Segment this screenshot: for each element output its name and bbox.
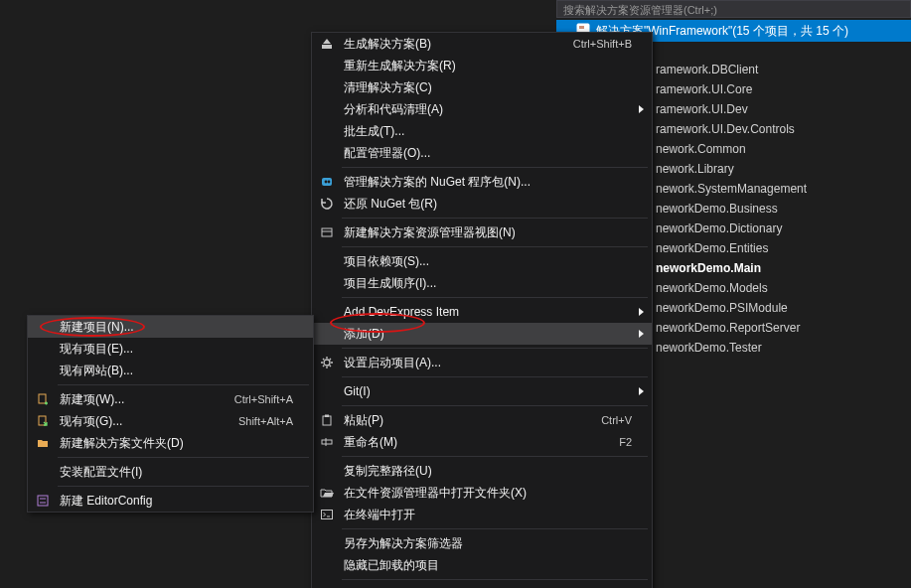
- menu-item-shortcut: Ctrl+Shift+B: [573, 38, 632, 50]
- blank-icon: [318, 100, 336, 118]
- menu-separator: [58, 384, 309, 385]
- existitem-icon: [34, 412, 52, 430]
- menu-separator: [342, 405, 648, 406]
- menu-item-label: 安装配置文件(I): [60, 464, 293, 481]
- menu-item-label: 新建解决方案资源管理器视图(N): [344, 224, 632, 241]
- menu-item[interactable]: 隐藏已卸载的项目: [312, 554, 652, 576]
- context-menu-solution: 生成解决方案(B)Ctrl+Shift+B重新生成解决方案(R)清理解决方案(C…: [311, 32, 653, 588]
- menu-item-label: 新建解决方案文件夹(D): [60, 435, 293, 452]
- menu-item[interactable]: 新建解决方案资源管理器视图(N): [312, 221, 652, 243]
- menu-item[interactable]: 批生成(T)...: [312, 120, 652, 142]
- menu-item[interactable]: 分析和代码清理(A): [312, 98, 652, 120]
- menu-separator: [342, 348, 648, 349]
- menu-item[interactable]: 添加(D): [312, 323, 652, 345]
- menu-item-shortcut: Ctrl+Shift+A: [234, 393, 293, 405]
- blank-icon: [318, 303, 336, 321]
- menu-item[interactable]: 还原 NuGet 包(R): [312, 193, 652, 215]
- solution-project-node[interactable]: neworkDemo.ReportServer: [656, 318, 911, 338]
- paste-icon: [318, 411, 336, 429]
- menu-item-label: Add DevExpress Item: [344, 305, 632, 319]
- menu-item[interactable]: 新建项(W)...Ctrl+Shift+A: [28, 388, 313, 410]
- restore-icon: [318, 195, 336, 213]
- menu-item[interactable]: 在终端中打开: [312, 504, 652, 525]
- newfolder-icon: [34, 434, 52, 452]
- menu-item[interactable]: Add DevExpress Item: [312, 301, 652, 323]
- solution-project-node[interactable]: ramework.DBClient: [656, 60, 911, 79]
- blank-icon: [318, 144, 336, 162]
- menu-item[interactable]: 现有网站(B)...: [28, 360, 313, 381]
- solution-project-node[interactable]: neworkDemo.Dictionary: [656, 219, 911, 238]
- menu-item-shortcut: F2: [619, 436, 632, 448]
- menu-separator: [342, 297, 648, 298]
- newitem-icon: [34, 390, 52, 408]
- context-submenu-add: 新建项目(N)...现有项目(E)...现有网站(B)...新建项(W)...C…: [27, 315, 314, 513]
- submenu-arrow-icon: [639, 330, 644, 338]
- menu-separator: [342, 167, 648, 168]
- menu-item-label: 隐藏已卸载的项目: [344, 557, 632, 574]
- menu-item[interactable]: 项目依赖项(S)...: [312, 250, 652, 272]
- solution-project-node[interactable]: neworkDemo.Tester: [656, 338, 911, 358]
- svg-rect-23: [39, 394, 46, 403]
- blank-icon: [34, 340, 52, 358]
- solution-project-node[interactable]: ramework.UI.Core: [656, 79, 911, 99]
- submenu-arrow-icon: [639, 308, 644, 316]
- rename-icon: [318, 433, 336, 451]
- menu-item-shortcut: Shift+Alt+A: [238, 415, 293, 427]
- menu-item-label: 新建项目(N)...: [60, 319, 293, 336]
- menu-item[interactable]: 管理解决方案的 NuGet 程序包(N)...: [312, 171, 652, 193]
- menu-item[interactable]: 现有项目(E)...: [28, 338, 313, 360]
- blank-icon: [318, 57, 336, 74]
- svg-rect-6: [322, 228, 332, 236]
- svg-line-15: [330, 359, 331, 360]
- menu-item[interactable]: 重命名(M)F2: [312, 431, 652, 453]
- solution-project-node[interactable]: nework.Common: [656, 139, 911, 159]
- solution-project-node[interactable]: ramework.UI.Dev.Controls: [656, 119, 911, 139]
- menu-item[interactable]: 另存为解决方案筛选器: [312, 532, 652, 554]
- solution-project-node[interactable]: ramework.UI.Dev: [656, 99, 911, 119]
- svg-line-14: [330, 366, 331, 367]
- solution-project-node[interactable]: neworkDemo.Models: [656, 278, 911, 298]
- menu-item[interactable]: 配置管理器(O)...: [312, 142, 652, 164]
- menu-separator: [342, 218, 648, 219]
- menu-item[interactable]: 在文件资源管理器中打开文件夹(X): [312, 482, 652, 504]
- menu-item[interactable]: 设置启动项目(A)...: [312, 352, 652, 373]
- solution-project-node[interactable]: neworkDemo.Entities: [656, 238, 911, 258]
- menu-item[interactable]: Git(I): [312, 380, 652, 402]
- svg-point-5: [328, 181, 331, 184]
- menu-item[interactable]: 粘贴(P)Ctrl+V: [312, 409, 652, 431]
- solution-project-node[interactable]: nework.SystemManagement: [656, 179, 911, 199]
- solution-project-node[interactable]: neworkDemo.Main: [656, 258, 911, 278]
- menu-item[interactable]: 安装配置文件(I): [28, 461, 313, 483]
- solution-explorer-search[interactable]: 搜索解决方案资源管理器(Ctrl+;): [556, 0, 911, 18]
- blank-icon: [34, 318, 52, 336]
- solution-project-node[interactable]: neworkDemo.PSIModule: [656, 298, 911, 318]
- menu-item[interactable]: 项目生成顺序(I)...: [312, 272, 652, 294]
- menu-item[interactable]: 现有项(G)...Shift+Alt+A: [28, 410, 313, 432]
- menu-item-label: 新建 EditorConfig: [60, 493, 293, 510]
- menu-item[interactable]: 重新生成解决方案(R): [312, 55, 652, 76]
- menu-item-label: 还原 NuGet 包(R): [344, 196, 632, 213]
- menu-item-label: 设置启动项目(A)...: [344, 355, 632, 371]
- svg-rect-2: [322, 45, 332, 49]
- blank-icon: [318, 462, 336, 480]
- solution-project-node[interactable]: nework.Library: [656, 159, 911, 179]
- menu-item[interactable]: 新建解决方案文件夹(D): [28, 432, 313, 454]
- svg-rect-17: [323, 416, 331, 425]
- menu-item-label: 重新生成解决方案(R): [344, 58, 632, 74]
- menu-item[interactable]: 生成解决方案(B)Ctrl+Shift+B: [312, 33, 652, 55]
- menu-item[interactable]: 清理解决方案(C): [312, 76, 652, 98]
- menu-item-label: 清理解决方案(C): [344, 79, 632, 96]
- menu-item[interactable]: 属性(R)Alt+Enter: [312, 583, 652, 588]
- svg-rect-19: [322, 440, 332, 444]
- newview-icon: [318, 223, 336, 241]
- menu-item-label: 重命名(M): [344, 434, 595, 451]
- menu-separator: [58, 486, 309, 487]
- menu-item[interactable]: 新建 EditorConfig: [28, 490, 313, 512]
- solution-project-node[interactable]: neworkDemo.Business: [656, 199, 911, 219]
- blank-icon: [318, 382, 336, 400]
- menu-item[interactable]: 复制完整路径(U): [312, 460, 652, 482]
- menu-item[interactable]: 新建项目(N)...: [28, 316, 313, 338]
- blank-icon: [318, 534, 336, 552]
- svg-rect-21: [322, 511, 333, 519]
- blank-icon: [318, 122, 336, 140]
